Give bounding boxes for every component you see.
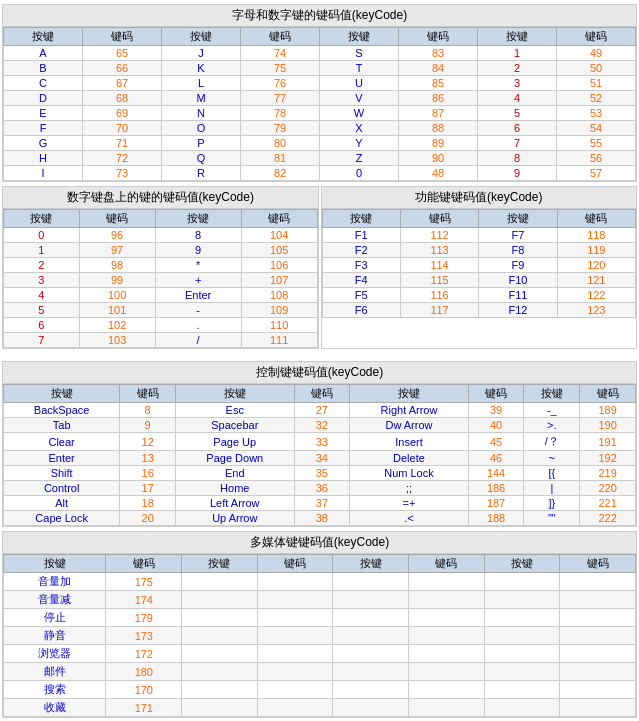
table-cell: 3: [478, 76, 557, 91]
table-cell: Home: [176, 481, 294, 496]
table-cell: Page Up: [176, 433, 294, 451]
ctrl-h0: 按键: [4, 385, 120, 403]
table-cell: 45: [468, 433, 524, 451]
table-cell: [333, 699, 409, 717]
table-cell: >.: [524, 418, 580, 433]
table-cell: 20: [120, 511, 176, 526]
table-cell: 107: [241, 273, 317, 288]
table-cell: [560, 573, 636, 591]
table-cell: =+: [350, 496, 468, 511]
table-cell: 83: [399, 46, 478, 61]
table-cell: 72: [83, 151, 162, 166]
func-title: 功能键键码值(keyCode): [322, 187, 637, 209]
table-cell: V: [320, 91, 399, 106]
numpad-section: 数字键盘上的键的键码值(keyCode) 按键 键码 按键 键码 0968104…: [2, 186, 319, 349]
med-h3: 键码: [257, 555, 333, 573]
table-cell: Delete: [350, 451, 468, 466]
med-h7: 键码: [560, 555, 636, 573]
table-cell: 56: [557, 151, 636, 166]
table-cell: 54: [557, 121, 636, 136]
ctrl-h4: 按键: [350, 385, 468, 403]
table-cell: [560, 645, 636, 663]
table-cell: Control: [4, 481, 120, 496]
table-cell: 9: [478, 166, 557, 181]
table-cell: ~: [524, 451, 580, 466]
np-h1: 键码: [79, 210, 155, 228]
table-cell: 88: [399, 121, 478, 136]
table-cell: 0: [320, 166, 399, 181]
ctrl-h7: 键码: [580, 385, 636, 403]
table-cell: 32: [294, 418, 350, 433]
table-cell: D: [4, 91, 83, 106]
table-cell: 38: [294, 511, 350, 526]
table-cell: [182, 699, 258, 717]
table-cell: 52: [557, 91, 636, 106]
table-cell: 搜索: [4, 681, 106, 699]
table-cell: Alt: [4, 496, 120, 511]
table-cell: 77: [241, 91, 320, 106]
alpha-h7: 键码: [557, 28, 636, 46]
table-cell: 188: [468, 511, 524, 526]
numpad-title: 数字键盘上的键的键码值(keyCode): [3, 187, 318, 209]
table-cell: 53: [557, 106, 636, 121]
alpha-h4: 按键: [320, 28, 399, 46]
table-cell: F12: [479, 303, 557, 318]
table-cell: [409, 627, 485, 645]
table-cell: BackSpace: [4, 403, 120, 418]
table-cell: F11: [479, 288, 557, 303]
table-cell: /？: [524, 433, 580, 451]
table-cell: 75: [241, 61, 320, 76]
table-cell: 57: [557, 166, 636, 181]
table-cell: 221: [580, 496, 636, 511]
table-cell: [560, 609, 636, 627]
table-cell: [409, 591, 485, 609]
func-table: 按键 键码 按键 键码 F1112F7118F2113F8119F3114F91…: [322, 209, 637, 318]
table-cell: 音量减: [4, 591, 106, 609]
table-cell: [257, 609, 333, 627]
table-cell: [484, 699, 560, 717]
table-cell: 81: [241, 151, 320, 166]
table-cell: F1: [322, 228, 400, 243]
control-title: 控制键键码值(keyCode): [3, 362, 636, 384]
table-cell: 118: [557, 228, 635, 243]
table-cell: Enter: [4, 451, 120, 466]
table-cell: 116: [400, 288, 478, 303]
table-cell: U: [320, 76, 399, 91]
np-h2: 按键: [155, 210, 241, 228]
table-cell: [409, 609, 485, 627]
table-cell: X: [320, 121, 399, 136]
media-section: 多媒体键键码值(keyCode) 按键 键码 按键 键码 按键 键码 按键 键码…: [2, 531, 637, 718]
table-cell: 5: [4, 303, 80, 318]
table-cell: 3: [4, 273, 80, 288]
table-cell: 70: [83, 121, 162, 136]
fk-h1: 键码: [400, 210, 478, 228]
table-cell: E: [4, 106, 83, 121]
fk-h0: 按键: [322, 210, 400, 228]
numpad-table: 按键 键码 按键 键码 09681041979105298*106399+107…: [3, 209, 318, 348]
table-cell: [484, 627, 560, 645]
table-cell: F2: [322, 243, 400, 258]
table-cell: F6: [322, 303, 400, 318]
table-cell: 8: [120, 403, 176, 418]
control-section: 控制键键码值(keyCode) 按键 键码 按键 键码 按键 键码 按键 键码 …: [2, 361, 637, 527]
table-cell: B: [4, 61, 83, 76]
table-cell: Z: [320, 151, 399, 166]
table-cell: A: [4, 46, 83, 61]
table-cell: 108: [241, 288, 317, 303]
np-h0: 按键: [4, 210, 80, 228]
table-cell: -_: [524, 403, 580, 418]
table-cell: Enter: [155, 288, 241, 303]
table-cell: L: [162, 76, 241, 91]
table-cell: 105: [241, 243, 317, 258]
table-cell: [484, 663, 560, 681]
table-cell: 9: [155, 243, 241, 258]
alpha-h1: 键码: [83, 28, 162, 46]
table-cell: 1: [4, 243, 80, 258]
media-title: 多媒体键键码值(keyCode): [3, 532, 636, 554]
table-cell: 40: [468, 418, 524, 433]
table-cell: Tab: [4, 418, 120, 433]
table-cell: H: [4, 151, 83, 166]
table-cell: 82: [241, 166, 320, 181]
table-cell: [182, 573, 258, 591]
table-cell: 8: [155, 228, 241, 243]
